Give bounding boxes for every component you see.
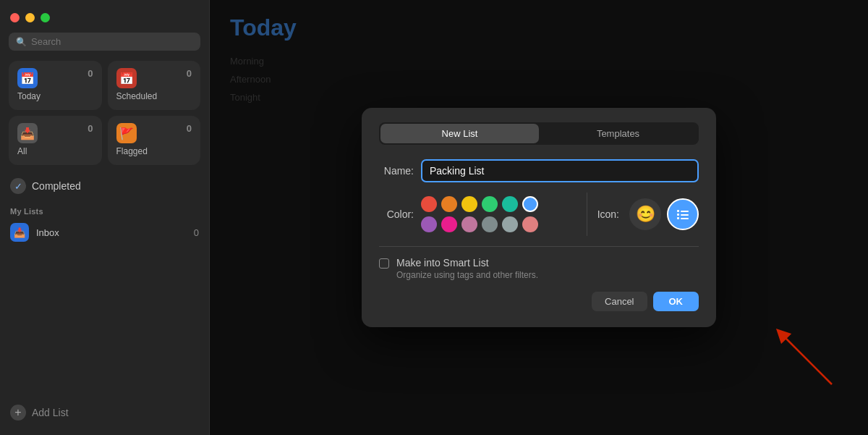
all-icon: 📥 [17, 123, 38, 143]
my-lists-header: My Lists [0, 200, 209, 219]
color-label: Color: [379, 208, 414, 220]
add-list-plus-icon: + [10, 405, 26, 421]
traffic-lights [0, 7, 209, 33]
svg-rect-2 [677, 214, 679, 216]
sidebar-item-all[interactable]: 📥 All 0 [9, 116, 102, 165]
maximize-button[interactable] [41, 13, 50, 22]
color-icon-wrapper: Icon: 😊 [421, 193, 699, 236]
sidebar-item-completed[interactable]: ✓ Completed [0, 172, 209, 200]
inbox-count: 0 [194, 227, 199, 238]
sidebar-item-scheduled[interactable]: 📅 Scheduled 0 [108, 61, 201, 110]
dialog-tab-bar: New List Templates [379, 122, 699, 145]
swatch-red[interactable] [421, 196, 437, 212]
smart-lists-grid: 📅 Today 0 📅 Scheduled 0 📥 All 0 🚩 Flagge… [0, 61, 209, 172]
name-row: Name: [379, 159, 699, 182]
scheduled-label: Scheduled [116, 91, 158, 101]
swatch-blue[interactable] [522, 196, 538, 212]
swatch-pink[interactable] [441, 216, 457, 232]
tab-new-list[interactable]: New List [380, 124, 539, 143]
swatch-purple[interactable] [421, 216, 437, 232]
search-bar: 🔍 [9, 33, 200, 51]
svg-line-6 [781, 334, 832, 384]
scheduled-count: 0 [187, 68, 192, 79]
sidebar-item-inbox[interactable]: 📥 Inbox 0 [0, 219, 209, 246]
search-icon: 🔍 [16, 37, 27, 47]
dialog-buttons: Cancel OK [379, 292, 699, 311]
flagged-icon: 🚩 [116, 123, 137, 143]
name-input[interactable] [421, 159, 699, 182]
svg-rect-0 [677, 210, 679, 212]
search-input[interactable] [31, 36, 193, 47]
inbox-label: Inbox [36, 227, 187, 238]
today-icon: 📅 [17, 68, 38, 88]
close-button[interactable] [10, 13, 20, 22]
arrow-annotation [738, 305, 854, 392]
icon-label: Icon: [597, 208, 619, 220]
flagged-count: 0 [187, 123, 192, 134]
icon-list[interactable] [667, 198, 699, 230]
swatch-row-1 [421, 196, 538, 212]
all-count: 0 [88, 123, 93, 134]
scheduled-icon: 📅 [116, 68, 137, 88]
flagged-label: Flagged [116, 146, 148, 156]
swatch-yellow[interactable] [461, 196, 477, 212]
swatch-orange[interactable] [441, 196, 457, 212]
form-divider [379, 246, 699, 247]
all-label: All [17, 146, 27, 156]
main-content: Today Morning Afternoon Tonight New List… [210, 0, 868, 435]
add-list-label: Add List [32, 407, 69, 418]
swatch-lightgray[interactable] [502, 216, 518, 232]
smart-list-title: Make into Smart List [396, 257, 538, 269]
svg-rect-1 [681, 211, 689, 212]
swatch-gray[interactable] [482, 216, 498, 232]
smart-list-checkbox[interactable] [379, 258, 389, 269]
swatch-green[interactable] [482, 196, 498, 212]
svg-rect-5 [681, 218, 689, 219]
completed-icon: ✓ [10, 178, 26, 194]
sidebar: 🔍 📅 Today 0 📅 Scheduled 0 📥 All 0 🚩 Flag… [0, 0, 210, 435]
name-label: Name: [379, 165, 414, 177]
swatch-row-2 [421, 216, 538, 232]
swatch-salmon[interactable] [522, 216, 538, 232]
new-list-dialog: New List Templates Name: Color: [362, 108, 716, 327]
color-icon-divider [587, 193, 587, 236]
smart-list-row: Make into Smart List Organize using tags… [379, 257, 699, 280]
svg-rect-3 [681, 214, 689, 216]
svg-rect-4 [677, 217, 679, 219]
today-label: Today [17, 91, 41, 101]
color-swatches [421, 196, 538, 232]
cancel-button[interactable]: Cancel [592, 292, 647, 311]
icon-emoji[interactable]: 😊 [629, 198, 661, 230]
smart-list-text: Make into Smart List Organize using tags… [396, 257, 538, 280]
color-icon-row: Color: [379, 193, 699, 236]
minimize-button[interactable] [25, 13, 35, 22]
add-list-button[interactable]: + Add List [0, 400, 209, 425]
color-swatches-container [421, 196, 576, 232]
completed-label: Completed [32, 180, 81, 192]
icon-side: Icon: 😊 [597, 198, 699, 230]
swatch-magenta[interactable] [461, 216, 477, 232]
today-count: 0 [88, 68, 93, 79]
modal-overlay: New List Templates Name: Color: [210, 0, 868, 435]
swatch-teal[interactable] [502, 196, 518, 212]
sidebar-item-flagged[interactable]: 🚩 Flagged 0 [108, 116, 201, 165]
inbox-icon: 📥 [10, 223, 29, 242]
smart-list-desc: Organize using tags and other filters. [396, 270, 538, 280]
list-icon-svg [676, 207, 690, 221]
tab-templates[interactable]: Templates [539, 124, 697, 143]
sidebar-item-today[interactable]: 📅 Today 0 [9, 61, 102, 110]
ok-button[interactable]: OK [653, 292, 699, 311]
